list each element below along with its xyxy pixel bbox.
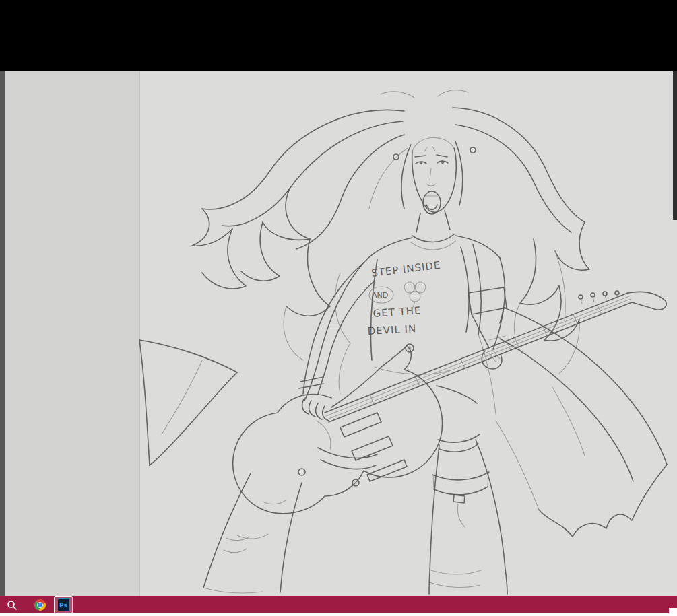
face-lines xyxy=(412,137,457,214)
photoshop-icon: Ps xyxy=(57,598,70,611)
top-letterbox-bar xyxy=(0,0,677,71)
bottom-right-artifact xyxy=(669,608,677,616)
shirt-text: STEP INSIDE AND GET THE DEVIL IN xyxy=(367,259,441,337)
leg-lines xyxy=(203,386,507,594)
svg-text:AND: AND xyxy=(372,291,388,300)
hair-lines xyxy=(192,90,589,394)
coat-lines xyxy=(139,308,667,537)
svg-text:STEP INSIDE: STEP INSIDE xyxy=(370,259,441,279)
taskbar-search-button[interactable] xyxy=(4,598,20,612)
taskbar-chrome-button[interactable] xyxy=(32,598,47,612)
search-icon xyxy=(7,600,18,611)
bottom-edge-strip xyxy=(0,613,677,616)
left-screen-edge xyxy=(0,71,5,596)
photoshop-badge-text: Ps xyxy=(59,602,67,609)
guitar-girl-sketch: STEP INSIDE AND GET THE DEVIL IN xyxy=(0,71,677,596)
svg-text:DEVIL IN: DEVIL IN xyxy=(367,322,416,337)
right-screen-edge xyxy=(673,71,677,220)
desktop-screen: STEP INSIDE AND GET THE DEVIL IN xyxy=(0,0,677,616)
taskbar: Ps xyxy=(0,596,677,613)
app-canvas-area[interactable]: STEP INSIDE AND GET THE DEVIL IN xyxy=(5,71,677,596)
chrome-icon xyxy=(34,599,46,611)
svg-text:GET THE: GET THE xyxy=(373,304,422,320)
taskbar-photoshop-button[interactable]: Ps xyxy=(54,596,73,613)
guitar-lines xyxy=(233,291,666,514)
